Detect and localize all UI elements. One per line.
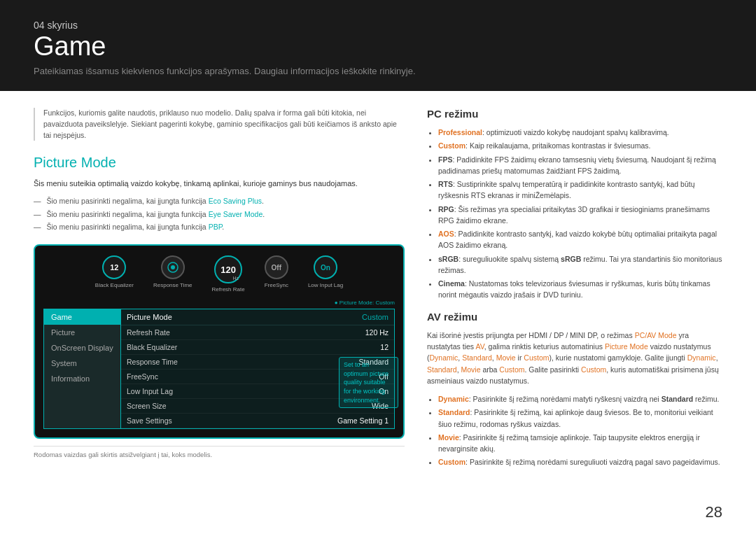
osd-container: Game Picture OnScreen Display System Inf… bbox=[43, 309, 395, 429]
knob-refresh-rate: 120Hz Refresh Rate bbox=[212, 255, 245, 293]
knob-response-time: Response Time bbox=[153, 255, 192, 293]
mode-note-3: Šio meniu pasirinkti negalima, kai įjung… bbox=[34, 221, 405, 233]
svg-point-1 bbox=[171, 265, 175, 269]
bullet-dynamic: Dynamic: Pasirinkite šį režimą norėdami … bbox=[438, 393, 722, 405]
bullet-standard: Standard: Pasirinkite šį režimą, kai apl… bbox=[438, 407, 722, 430]
bullet-rts: RTS: Sustiprinkite spalvų temperatūrą ir… bbox=[438, 178, 722, 202]
bullet-custom-av: Custom: Pasirinkite šį režimą norėdami s… bbox=[438, 456, 722, 468]
osd-item-game[interactable]: Game bbox=[44, 309, 120, 325]
osd-row-refresh-rate: Refresh Rate 120 Hz bbox=[121, 325, 394, 340]
bullet-srgb: sRGB: sureguliuokite spalvų sistemą sRGB… bbox=[438, 253, 722, 276]
response-time-icon bbox=[166, 260, 180, 274]
osd-callout: Set to an optimum picture quality suitab… bbox=[339, 357, 398, 408]
left-column: Funkcijos, kuriomis galite naudotis, pri… bbox=[34, 108, 405, 498]
osd-item-picture[interactable]: Picture bbox=[44, 325, 120, 340]
note-text: Funkcijos, kuriomis galite naudotis, pri… bbox=[43, 108, 405, 141]
bullet-professional: Professional: optimizuoti vaizdo kokybę … bbox=[438, 127, 722, 138]
page-number: 28 bbox=[706, 503, 722, 521]
osd-left-menu: Game Picture OnScreen Display System Inf… bbox=[44, 309, 121, 428]
pc-mode-heading: PC režimu bbox=[427, 108, 722, 120]
osd-right-header: Picture Mode Custom bbox=[121, 309, 394, 325]
bullet-cinema: Cinema: Nustatomas toks televizoriaus šv… bbox=[438, 278, 722, 301]
main-content: Funkcijos, kuriomis galite naudotis, pri… bbox=[0, 91, 756, 512]
osd-row-black-equalizer: Black Equalizer 12 bbox=[121, 340, 394, 355]
osd-item-onscreen[interactable]: OnScreen Display bbox=[44, 340, 120, 356]
osd-item-information[interactable]: Information bbox=[44, 371, 120, 386]
av-intro: Kai išorinė įvestis prijungta per HDMI /… bbox=[427, 330, 722, 386]
right-column: PC režimu Professional: optimizuoti vaiz… bbox=[427, 108, 722, 498]
av-bullets-list: Dynamic: Pasirinkite šį režimą norėdami … bbox=[427, 393, 722, 468]
av-mode-heading: AV režimu bbox=[427, 311, 722, 323]
monitor-mockup: 12 Black Equalizer Response Time bbox=[34, 244, 405, 439]
knob-freesync: Off FreeSync bbox=[265, 255, 288, 293]
knob-low-input-lag: On Low Input Lag bbox=[308, 255, 343, 293]
footnote: Rodomas vaizdas gali skirtis atsižvelgia… bbox=[34, 446, 405, 458]
chapter-label: 04 skyrius bbox=[34, 20, 722, 31]
pc-bullets-list: Professional: optimizuoti vaizdo kokybę … bbox=[427, 127, 722, 301]
page-title: Game bbox=[34, 32, 722, 62]
bullet-custom: Custom: Kaip reikalaujama, pritaikomas k… bbox=[438, 140, 722, 151]
section-desc: Šis meniu suteikia optimalią vaizdo koky… bbox=[34, 178, 405, 190]
knob-black-equalizer: 12 Black Equalizer bbox=[95, 255, 134, 293]
osd-item-system[interactable]: System bbox=[44, 356, 120, 371]
osd-header-value: Custom bbox=[362, 313, 388, 321]
bullet-fps: FPS: Padidinkite FPS žaidimų ekrano tams… bbox=[438, 154, 722, 177]
section-title-picture-mode: Picture Mode bbox=[34, 155, 405, 171]
osd-header-label: Picture Mode bbox=[127, 313, 172, 321]
header-subtitle: Pateikiamas išsamus kiekvienos funkcijos… bbox=[34, 66, 722, 76]
bullet-aos: AOS: Padidinkite kontrasto santykį, kad … bbox=[438, 228, 722, 251]
mode-note-2: Šio meniu pasirinkti negalima, kai įjung… bbox=[34, 209, 405, 220]
footnote-text: Rodomas vaizdas gali skirtis atsižvelgia… bbox=[34, 451, 212, 458]
osd-row-save-settings: Save Settings Game Setting 1 bbox=[121, 414, 394, 428]
page-header: 04 skyrius Game Pateikiamas išsamus kiek… bbox=[0, 0, 756, 91]
monitor-indicator: ● Picture Mode: Custom bbox=[43, 300, 395, 306]
monitor-knobs-row: 12 Black Equalizer Response Time bbox=[43, 255, 395, 293]
note-box: Funkcijos, kuriomis galite naudotis, pri… bbox=[34, 108, 405, 141]
bullet-movie: Movie: Pasirinkite šį režimą tamsioje ap… bbox=[438, 432, 722, 455]
mode-note-1: Šio meniu pasirinkti negalima, kai įjung… bbox=[34, 195, 405, 207]
bullet-rpg: RPG: Šis režimas yra specialiai pritaiky… bbox=[438, 204, 722, 227]
